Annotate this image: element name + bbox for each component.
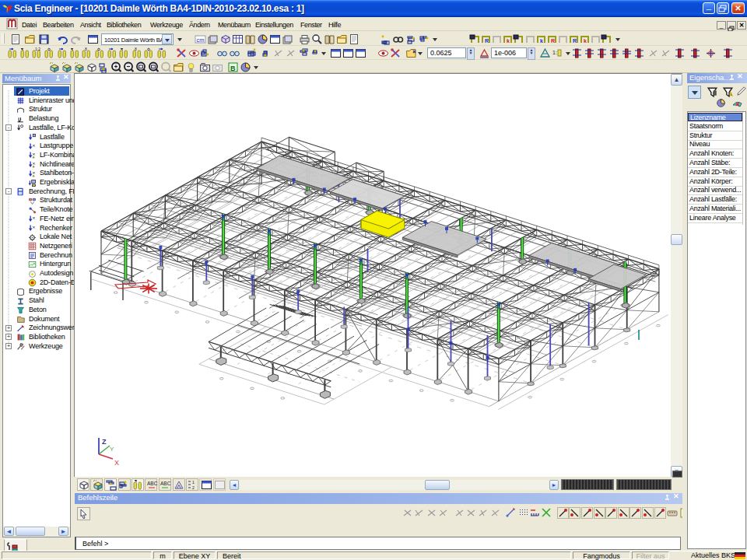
svg-text:8: 8	[85, 47, 87, 51]
svg-text:k: k	[540, 38, 543, 44]
svg-text:k: k	[584, 38, 587, 44]
svg-text:8: 8	[135, 47, 137, 51]
svg-text:ABC: ABC	[160, 481, 171, 486]
svg-text:B: B	[230, 65, 236, 72]
svg-text:1:2: 1:2	[35, 47, 40, 51]
svg-text:X: X	[114, 459, 119, 467]
svg-text:R: R	[573, 38, 577, 44]
svg-text:R: R	[485, 38, 489, 44]
svg-text:Y: Y	[110, 446, 114, 453]
svg-text:k: k	[507, 38, 510, 44]
svg-text:2: 2	[192, 485, 195, 490]
svg-text:1: 1	[192, 480, 195, 485]
svg-text:cm: cm	[196, 37, 204, 44]
svg-text:1:: 1:	[552, 50, 557, 55]
svg-text:ABC: ABC	[147, 481, 158, 486]
svg-text:R: R	[551, 38, 555, 44]
svg-text:Z: Z	[102, 438, 107, 446]
